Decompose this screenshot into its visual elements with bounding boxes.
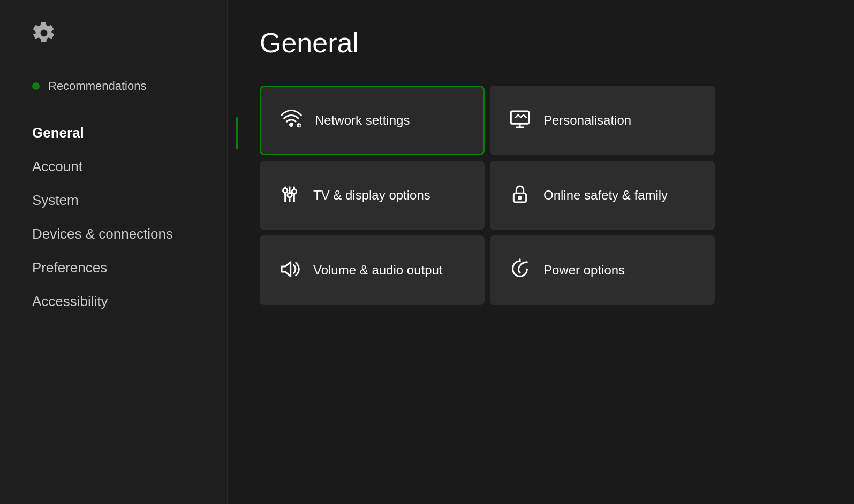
network-settings-icon — [281, 109, 302, 132]
network-settings-tile[interactable]: Network settings — [260, 86, 485, 155]
tv-display-icon — [279, 184, 300, 207]
main-content: General Network settings — [228, 0, 854, 504]
personalisation-icon — [509, 109, 531, 132]
tv-display-tile[interactable]: TV & display options — [260, 161, 485, 230]
online-safety-tile[interactable]: Online safety & family — [490, 161, 715, 230]
volume-icon — [279, 258, 300, 282]
sidebar: Recommendations General Account System D… — [0, 0, 228, 504]
personalisation-label: Personalisation — [543, 113, 631, 128]
sidebar-item-accessibility[interactable]: Accessibility — [32, 287, 227, 316]
sidebar-divider — [32, 103, 209, 103]
sidebar-nav: General Account System Devices & connect… — [32, 118, 227, 316]
svg-point-9 — [288, 193, 292, 197]
power-icon — [509, 258, 531, 282]
personalisation-tile[interactable]: Personalisation — [490, 86, 715, 155]
recommendations-label: Recommendations — [48, 79, 146, 93]
sidebar-item-account[interactable]: Account — [32, 152, 227, 181]
svg-point-10 — [292, 189, 296, 194]
gear-icon — [32, 21, 227, 47]
lock-icon — [509, 184, 531, 207]
svg-point-8 — [283, 188, 288, 193]
svg-point-0 — [290, 124, 293, 126]
power-options-tile[interactable]: Power options — [490, 235, 715, 305]
svg-point-12 — [519, 196, 522, 199]
settings-grid: Network settings Personalisation — [260, 86, 715, 305]
volume-audio-tile[interactable]: Volume & audio output — [260, 235, 485, 305]
page-title: General — [260, 27, 822, 59]
volume-audio-label: Volume & audio output — [313, 263, 443, 278]
online-indicator — [32, 82, 40, 90]
power-options-label: Power options — [543, 263, 625, 278]
sidebar-item-devices[interactable]: Devices & connections — [32, 219, 227, 249]
sidebar-item-general[interactable]: General — [32, 118, 227, 148]
tv-display-label: TV & display options — [313, 188, 430, 203]
network-settings-label: Network settings — [315, 113, 410, 128]
recommendations-item[interactable]: Recommendations — [32, 79, 227, 93]
svg-marker-13 — [282, 262, 291, 277]
sidebar-item-preferences[interactable]: Preferences — [32, 253, 227, 282]
sidebar-item-system[interactable]: System — [32, 186, 227, 215]
online-safety-label: Online safety & family — [543, 188, 668, 203]
